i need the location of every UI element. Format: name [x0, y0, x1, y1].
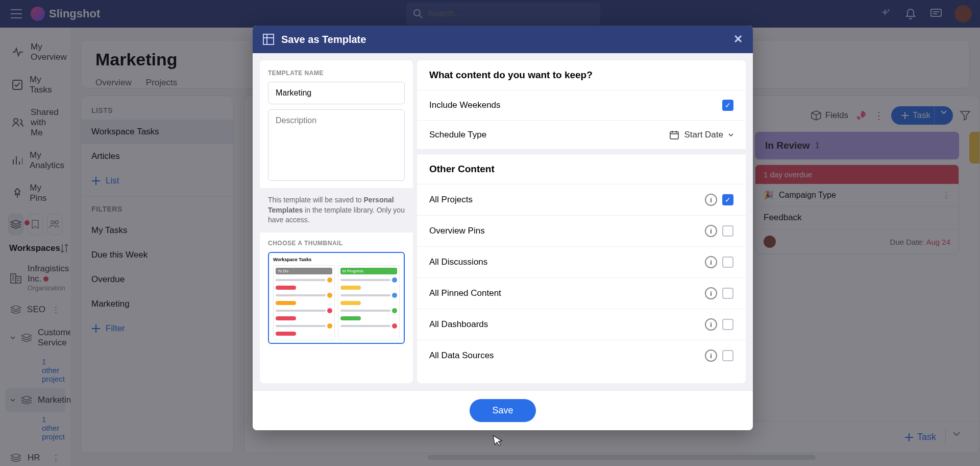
helper-text: This template will be saved to Personal … — [260, 188, 413, 232]
info-icon[interactable]: i — [705, 318, 717, 331]
all-projects-checkbox[interactable]: ✓ — [722, 194, 733, 205]
opt-schedule-type: Schedule Type Start Date — [417, 120, 746, 149]
all-pinned-checkbox[interactable] — [722, 288, 733, 299]
template-desc-input[interactable] — [268, 109, 405, 181]
svg-rect-9 — [263, 34, 274, 44]
opt-all-data-sources: All Data Sources i — [417, 340, 746, 371]
svg-rect-10 — [670, 132, 678, 139]
info-icon[interactable]: i — [705, 287, 717, 299]
template-icon — [263, 34, 274, 45]
calendar-icon — [670, 130, 679, 139]
template-name-label: TEMPLATE NAME — [268, 69, 405, 77]
opt-all-pinned: All Pinned Content i — [417, 277, 746, 309]
thumbnail-option[interactable]: Workspace Tasks To Do — [268, 252, 405, 344]
info-icon[interactable]: i — [705, 256, 717, 268]
opt-all-projects: All Projects i✓ — [417, 184, 746, 215]
save-button[interactable]: Save — [470, 399, 535, 422]
all-discussions-checkbox[interactable] — [722, 257, 733, 268]
content-question: What content do you want to keep? — [417, 60, 746, 90]
opt-all-dashboards: All Dashboards i — [417, 309, 746, 340]
opt-all-discussions: All Discussions i — [417, 246, 746, 277]
opt-overview-pins: Overview Pins i — [417, 215, 746, 246]
modal-title: Save as Template — [281, 34, 366, 45]
all-dashboards-checkbox[interactable] — [722, 319, 733, 330]
info-icon[interactable]: i — [705, 350, 717, 362]
thumb-label: CHOOSE A THUMBNAIL — [268, 240, 405, 247]
info-icon[interactable]: i — [705, 194, 717, 206]
save-template-modal: Save as Template ✕ TEMPLATE NAME This te… — [253, 26, 753, 430]
template-name-input[interactable] — [268, 82, 405, 104]
opt-include-weekends: Include Weekends ✓ — [417, 90, 746, 120]
chevron-down-icon — [728, 133, 733, 137]
weekends-checkbox[interactable]: ✓ — [722, 100, 733, 111]
all-data-checkbox[interactable] — [722, 350, 733, 361]
overview-pins-checkbox[interactable] — [722, 225, 733, 237]
schedule-type-select[interactable]: Start Date — [670, 130, 733, 140]
info-icon[interactable]: i — [705, 225, 717, 237]
close-icon[interactable]: ✕ — [733, 33, 743, 46]
other-content-header: Other Content — [417, 154, 746, 184]
